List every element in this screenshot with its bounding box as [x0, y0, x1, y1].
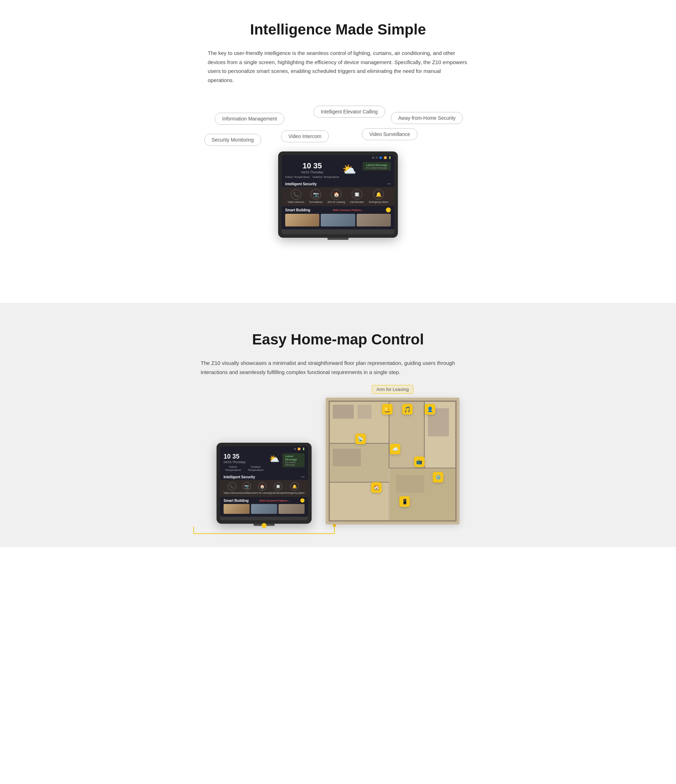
device-outer: ⊞ ⊟ 🔵 📶 🔋 10 35 04/15 Thursday Indoor Te… — [278, 151, 398, 238]
emergency-alarm-icon-circle: 🔔 — [373, 189, 384, 200]
screen-time: 10 35 — [285, 162, 339, 170]
icon-arm-leaving[interactable]: 🏠 Arm for Leaving — [328, 189, 345, 203]
topbar-icon-3: 🔵 — [379, 156, 382, 159]
tag-video-intercom: Video Intercom — [281, 130, 329, 142]
small-icon-emergency[interactable]: 🔔 Emergency Alarm — [285, 482, 305, 494]
floor-badge-tv: 📺 — [414, 456, 424, 467]
topbar-icon-4: 📶 — [384, 156, 387, 159]
small-topbar-icon-3: 🔋 — [302, 448, 305, 451]
small-weather-icon: ⛅ — [269, 454, 280, 464]
indoor-temp: Indoor Temperature — [285, 176, 310, 179]
screen-message: Latest Message No Latest Message — [363, 162, 391, 171]
small-screen-time: 10 35 — [224, 453, 266, 460]
section2-title: Easy Home-map Control — [7, 331, 669, 348]
tag-away-security: Away-from-Home Security — [391, 112, 463, 124]
floor-badge-cloud: ☁️ — [390, 444, 400, 454]
message-body: No Latest Message — [365, 166, 388, 169]
yellow-dot-badge — [386, 207, 391, 212]
arm-leaving-icon-circle: 🏠 — [331, 189, 342, 200]
screen-topbar: ⊞ ⊟ 🔵 📶 🔋 — [282, 155, 394, 159]
small-icon-surveillance[interactable]: 📷 Surveillance — [240, 482, 253, 494]
small-screen-date: 04/15 Thursday — [224, 460, 266, 464]
small-call-elevator-circle: 🔲 — [274, 482, 282, 491]
small-call-elevator-label: Call Elevator — [271, 492, 285, 494]
video-intercom-label: Video Intercom — [287, 201, 304, 203]
screen-time-block: 10 35 04/15 Thursday Indoor Temperature … — [285, 162, 339, 179]
small-indoor-temp: Indoor Temperature — [224, 465, 242, 471]
device-small-outer: ⊞ 📶 🔋 10 35 04/15 Thursday Indoor Temper… — [216, 443, 312, 524]
video-intercom-icon-circle: 📞 — [291, 189, 301, 200]
message-title: Latest Message — [365, 163, 388, 166]
small-topbar-icon-1: ⊞ — [294, 448, 296, 451]
small-topbar-icon-2: 📶 — [297, 448, 301, 451]
tag-video-surveillance: Video Surveillance — [362, 128, 418, 140]
building-section-title: Smart Building KNX Connect Failure... — [282, 206, 394, 213]
floor-badge-bell: 🔔 — [382, 404, 393, 415]
screen-temps: Indoor Temperature Outdoor Temperature — [285, 176, 339, 179]
connector-svg — [194, 527, 334, 544]
section1-description: The key to user-friendly intelligence is… — [208, 48, 468, 84]
floor-badge-home: 🏠 — [371, 482, 382, 493]
emergency-alarm-label: Emergency Alarm — [369, 201, 389, 203]
section-intelligence: Intelligence Made Simple The key to user… — [0, 0, 676, 303]
more-dots: ··· — [387, 181, 391, 186]
building-img-3 — [357, 214, 391, 227]
small-arm-leaving-circle: 🏠 — [258, 482, 267, 491]
svg-rect-17 — [333, 405, 354, 419]
floor-badge-music: 🎵 — [402, 404, 413, 415]
building-img-1 — [285, 214, 319, 227]
device-mockup: ⊞ ⊟ 🔵 📶 🔋 10 35 04/15 Thursday Indoor Te… — [278, 151, 398, 240]
floor-badge-antenna: 📡 — [355, 434, 366, 444]
screen-date: 04/15 Thursday — [285, 171, 339, 174]
small-surveillance-label: Surveillance — [240, 492, 253, 494]
surveillance-icon-circle: 📷 — [311, 189, 321, 200]
icon-surveillance[interactable]: 📷 Surveillance — [309, 189, 323, 203]
small-outdoor-temp: Outdoor Temperature — [246, 465, 266, 471]
small-building-img-2 — [251, 504, 277, 514]
security-section-title: Intelligent Security ··· — [282, 180, 394, 187]
small-arm-leaving-label: Arm for Leaving — [253, 492, 271, 494]
small-surveillance-circle: 📷 — [242, 482, 251, 491]
section2-description: The Z10 visually showcases a minimalist … — [201, 359, 475, 376]
small-security-title: Intelligent Security ··· — [220, 473, 308, 480]
outdoor-temp: Outdoor Temperature — [312, 176, 339, 179]
floor-badge-gear: ⚙️ — [433, 472, 443, 482]
security-icons-row: 📞 Video Intercom 📷 Surveillance 🏠 Arm fo… — [282, 187, 394, 206]
svg-rect-20 — [396, 475, 424, 493]
small-time-block: 10 35 04/15 Thursday Indoor Temperature … — [224, 453, 266, 471]
small-video-intercom-circle: 📞 — [228, 482, 236, 491]
svg-rect-18 — [357, 405, 371, 419]
weather-icon: ⛅ — [342, 163, 356, 176]
topbar-icon-1: ⊞ — [372, 156, 374, 159]
device-stand — [328, 238, 348, 240]
tag-intelligent-elevator: Intelligent Elevator Calling — [313, 106, 385, 118]
floorplan-container: 🔔 🎵 👤 📡 ☁️ 📺 ⚙️ 🏠 📱 Arm for Leaving — [326, 398, 460, 526]
small-building-title: Smart Building KNX Connect Failure... — [220, 497, 308, 503]
building-error: KNX Connect Failure... — [333, 208, 363, 212]
small-building-img-1 — [224, 504, 250, 514]
arm-leaving-label: Arm for Leaving — [328, 201, 345, 203]
icon-call-elevator[interactable]: 🔲 Call Elevator — [350, 189, 364, 203]
small-screen-topbar: ⊞ 📶 🔋 — [220, 446, 308, 451]
small-screen-message: Latest Message No Latest Message — [282, 453, 305, 467]
small-more-dots: ··· — [301, 474, 305, 479]
icon-video-intercom[interactable]: 📞 Video Intercom — [287, 189, 304, 203]
small-building-img-3 — [278, 504, 305, 514]
tag-info-management: Information Management — [215, 113, 284, 125]
small-yellow-dot — [300, 498, 305, 502]
small-icon-video-intercom[interactable]: 📞 Video Intercom — [224, 482, 240, 494]
topbar-icon-5: 🔋 — [389, 156, 392, 159]
floor-badge-mobile: 📱 — [399, 496, 410, 507]
section1-title: Intelligence Made Simple — [7, 21, 669, 38]
small-screen-top: 10 35 04/15 Thursday Indoor Temperature … — [220, 451, 308, 473]
small-emergency-circle: 🔔 — [291, 482, 299, 491]
screen-top-row: 10 35 04/15 Thursday Indoor Temperature … — [282, 159, 394, 180]
small-icon-call-elevator[interactable]: 🔲 Call Elevator — [271, 482, 285, 494]
building-images — [282, 213, 394, 229]
section2-content: ⊞ 📶 🔋 10 35 04/15 Thursday Indoor Temper… — [162, 398, 514, 526]
section-homemap: Easy Home-map Control The Z10 visually s… — [0, 303, 676, 547]
small-message-body: No Latest Message — [285, 461, 302, 466]
call-elevator-icon-circle: 🔲 — [352, 189, 362, 200]
icon-emergency-alarm[interactable]: 🔔 Emergency Alarm — [369, 189, 389, 203]
small-icon-arm-leaving[interactable]: 🏠 Arm for Leaving — [253, 482, 271, 494]
